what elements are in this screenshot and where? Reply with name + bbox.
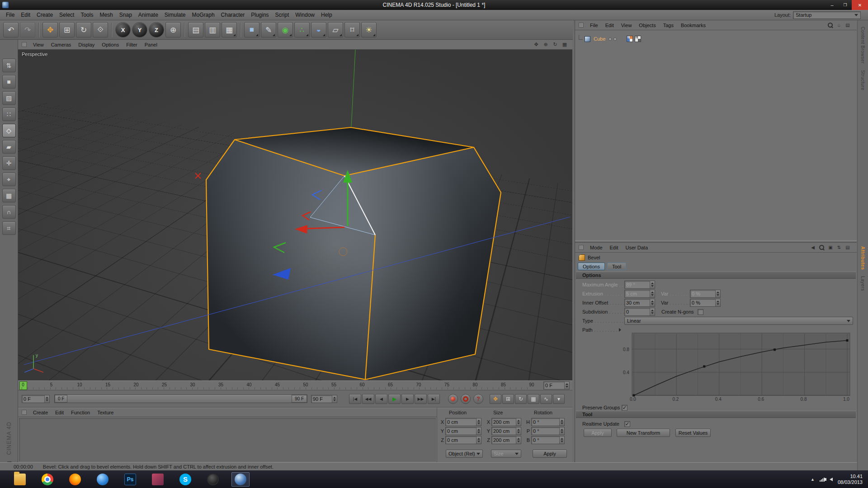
object-manager-list[interactable]: Cube bbox=[575, 30, 857, 240]
rotation-h-field[interactable]: 0 ° bbox=[531, 418, 565, 426]
spinner-icon[interactable] bbox=[332, 395, 337, 403]
move-icon[interactable]: ✥ bbox=[42, 22, 58, 38]
taskbar-app-media-app[interactable] bbox=[149, 472, 167, 487]
spinner-icon[interactable] bbox=[559, 418, 564, 426]
keyframe-selection-icon[interactable]: ? bbox=[473, 394, 483, 404]
material-menu-texture[interactable]: Texture bbox=[94, 409, 117, 416]
panel-menu-icon[interactable]: ▤ bbox=[845, 22, 850, 28]
goto-start-icon[interactable]: |◀ bbox=[349, 394, 361, 404]
sort-icon[interactable]: ⇅ bbox=[836, 244, 842, 250]
render-visibility-dot[interactable] bbox=[613, 38, 617, 41]
spinner-icon[interactable] bbox=[715, 290, 720, 297]
record-pla-icon[interactable]: ∿ bbox=[540, 394, 552, 404]
apply-button[interactable]: Apply bbox=[584, 429, 612, 437]
preserve-groups-checkbox[interactable] bbox=[622, 405, 627, 411]
record-keyframe-icon[interactable] bbox=[448, 394, 458, 404]
spinner-icon[interactable] bbox=[476, 418, 481, 426]
menu-script[interactable]: Script bbox=[272, 11, 292, 19]
record-parameter-icon[interactable]: ▦ bbox=[528, 394, 539, 404]
record-scale-icon[interactable]: ⊞ bbox=[502, 394, 514, 404]
menu-simulate[interactable]: Simulate bbox=[161, 11, 189, 19]
texture-mode-icon[interactable]: ▨ bbox=[2, 91, 16, 105]
render-region-icon[interactable]: ▥ bbox=[205, 22, 220, 38]
next-key-icon[interactable]: ▶▶ bbox=[415, 394, 427, 404]
close-button[interactable] bbox=[852, 0, 868, 10]
spinner-icon[interactable] bbox=[715, 299, 720, 306]
current-frame-field[interactable]: 0 F bbox=[543, 381, 570, 389]
lock-icon[interactable]: ▣ bbox=[828, 244, 833, 250]
taskbar-app-browser[interactable] bbox=[94, 472, 112, 487]
viewport-menu-view[interactable]: View bbox=[29, 42, 47, 48]
add-deformer-icon[interactable]: ◒ bbox=[311, 22, 326, 38]
add-light-icon[interactable]: ☀ bbox=[361, 22, 377, 38]
spinner-icon[interactable] bbox=[650, 308, 655, 315]
rotate-view-icon[interactable]: ↻ bbox=[551, 41, 559, 48]
range-start-handle[interactable]: 0 F bbox=[55, 395, 67, 403]
bevel-spline-curve[interactable]: 0.80.40.00.20.40.60.81.0 bbox=[622, 332, 854, 402]
tool-section-header[interactable]: Tool bbox=[576, 411, 856, 418]
om-menu-file[interactable]: File bbox=[586, 22, 602, 28]
coordinate-system-icon[interactable]: ⊕ bbox=[165, 22, 181, 38]
spinner-icon[interactable] bbox=[516, 427, 521, 435]
menu-help[interactable]: Help bbox=[318, 11, 335, 19]
hidden-icons-arrow[interactable]: ▲ bbox=[811, 477, 815, 482]
viewport-menu-filter[interactable]: Filter bbox=[123, 42, 141, 48]
coordinates-apply-button[interactable]: Apply bbox=[533, 450, 567, 458]
rotation-b-field[interactable]: 0 ° bbox=[531, 436, 565, 444]
cube-object[interactable] bbox=[190, 104, 515, 380]
next-frame-icon[interactable]: ▶ bbox=[401, 394, 414, 404]
panel-menu-icon[interactable]: ▤ bbox=[845, 244, 850, 250]
polygons-mode-icon[interactable]: ▰ bbox=[2, 140, 16, 154]
taskbar-clock[interactable]: 10.41 08/03/2013 bbox=[838, 474, 863, 485]
rotation-p-field[interactable]: 0 ° bbox=[531, 427, 565, 435]
perspective-viewport[interactable]: y Perspective bbox=[18, 50, 572, 380]
maximum-angle-field[interactable]: 89 ° bbox=[624, 281, 655, 289]
spinner-icon[interactable] bbox=[650, 299, 655, 306]
position-y-field[interactable]: 0 cm bbox=[445, 427, 481, 435]
menu-mesh[interactable]: Mesh bbox=[96, 11, 116, 19]
search-icon[interactable] bbox=[819, 244, 825, 250]
coordinate-mode-dropdown[interactable]: Object (Rel) bbox=[446, 450, 483, 458]
edit-render-settings-icon[interactable]: ▦ bbox=[222, 22, 237, 38]
om-menu-tags[interactable]: Tags bbox=[660, 22, 677, 28]
taskbar-app-skype[interactable]: S bbox=[176, 472, 194, 487]
lock-x-icon[interactable]: X bbox=[115, 22, 131, 38]
range-middle[interactable] bbox=[67, 395, 292, 403]
record-position-icon[interactable]: ✥ bbox=[490, 394, 501, 404]
editor-visibility-dot[interactable] bbox=[609, 38, 612, 41]
spinner-icon[interactable] bbox=[476, 436, 481, 444]
spinner-icon[interactable] bbox=[516, 436, 521, 444]
options-section-header[interactable]: Options bbox=[576, 272, 856, 279]
taskbar-app-app-dark[interactable] bbox=[204, 472, 222, 487]
dock-tab-content-browser[interactable]: Content Browser bbox=[860, 27, 865, 64]
spinner-icon[interactable] bbox=[564, 382, 569, 389]
goto-end-icon[interactable]: ▶| bbox=[428, 394, 440, 404]
play-icon[interactable]: ▶ bbox=[388, 394, 401, 404]
layout-dropdown[interactable]: Startup bbox=[793, 11, 861, 19]
prev-frame-icon[interactable]: ◀ bbox=[375, 394, 387, 404]
add-spline-icon[interactable]: ✎ bbox=[261, 22, 276, 38]
viewport-menu-cameras[interactable]: Cameras bbox=[47, 42, 75, 48]
redo-icon[interactable]: ↷ bbox=[20, 22, 35, 38]
cube-object-icon[interactable] bbox=[585, 36, 590, 42]
om-menu-view[interactable]: View bbox=[618, 22, 636, 28]
subdivision-field[interactable]: 0 bbox=[624, 308, 655, 316]
viewport-menu-options[interactable]: Options bbox=[98, 42, 123, 48]
add-cube-icon[interactable]: ■ bbox=[244, 22, 259, 38]
am-menu-mode[interactable]: Mode bbox=[586, 244, 606, 251]
toggle-panels-icon[interactable]: ▦ bbox=[561, 41, 569, 48]
menu-mograph[interactable]: MoGraph bbox=[189, 11, 218, 19]
playback-mode-icon[interactable]: ▾ bbox=[553, 394, 565, 404]
object-row-cube[interactable]: Cube bbox=[579, 35, 641, 43]
dock-tab-layers[interactable]: Layers bbox=[860, 276, 865, 291]
add-camera-icon[interactable]: ⌑ bbox=[344, 22, 360, 38]
panel-handle-icon[interactable] bbox=[579, 23, 584, 28]
edges-mode-icon[interactable]: ◇ bbox=[2, 124, 16, 137]
size-y-field[interactable]: 200 cm bbox=[491, 427, 521, 435]
network-icon[interactable] bbox=[820, 477, 825, 482]
bevel-type-dropdown[interactable]: Linear bbox=[624, 317, 853, 325]
menu-animate[interactable]: Animate bbox=[135, 11, 161, 19]
menu-select[interactable]: Select bbox=[56, 11, 77, 19]
object-name[interactable]: Cube bbox=[592, 36, 607, 42]
am-menu-edit[interactable]: Edit bbox=[606, 244, 622, 251]
